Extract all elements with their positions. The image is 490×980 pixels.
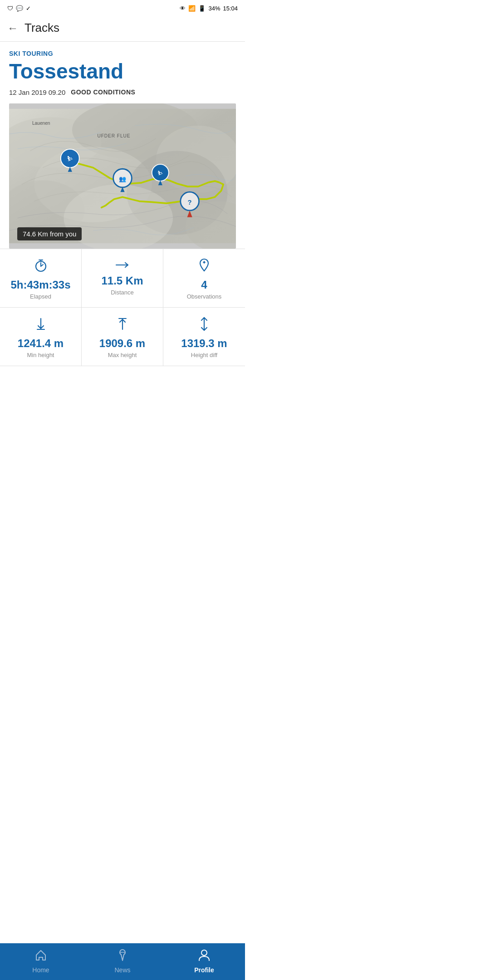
stat-distance: 11.5 Km Distance (82, 249, 163, 308)
timer-icon (34, 258, 48, 275)
distance-icon (115, 258, 130, 271)
svg-text:👥: 👥 (119, 175, 127, 183)
signal-icon: 📱 (198, 5, 206, 12)
stat-height-diff: 1319.3 m Height diff (163, 308, 245, 366)
message-icon: 💬 (16, 5, 23, 12)
distance-label: Distance (111, 289, 134, 296)
svg-text:?: ? (188, 199, 192, 206)
status-right-icons: 👁 📶 📱 34% 15:04 (180, 5, 238, 12)
time-display: 15:04 (223, 5, 238, 12)
height-diff-label: Height diff (191, 352, 217, 358)
elapsed-label: Elapsed (30, 293, 51, 300)
status-left-icons: 🛡 💬 ✓ (7, 5, 31, 12)
min-height-value: 1241.4 m (18, 337, 64, 350)
stat-elapsed: 5h:43m:33s Elapsed (0, 249, 82, 308)
track-content: SKI TOURING Tossestand 12 Jan 2019 09.20… (0, 42, 245, 249)
observations-value: 4 (201, 279, 207, 291)
svg-text:⛷: ⛷ (67, 155, 74, 162)
page-title: Tracks (24, 21, 59, 35)
svg-text:⛷: ⛷ (157, 170, 163, 176)
distance-value: 11.5 Km (101, 274, 143, 287)
observations-icon (198, 258, 211, 275)
top-bar: ← Tracks (0, 16, 245, 42)
elapsed-value: 5h:43m:33s (10, 279, 70, 291)
category-label: SKI TOURING (9, 50, 236, 57)
map-distance-badge: 74.6 Km from you (17, 227, 82, 240)
eye-icon: 👁 (180, 5, 186, 12)
svg-text:Lauenen: Lauenen (32, 121, 50, 126)
shield-icon: 🛡 (7, 5, 13, 12)
svg-text:UFDER FLUE: UFDER FLUE (97, 133, 130, 138)
status-bar: 🛡 💬 ✓ 👁 📶 📱 34% 15:04 (0, 0, 245, 16)
observations-label: Observations (187, 293, 222, 300)
stat-observations: 4 Observations (163, 249, 245, 308)
back-button[interactable]: ← (7, 23, 18, 34)
stats-grid: 5h:43m:33s Elapsed 11.5 Km Distance 4 Ob… (0, 249, 245, 366)
track-name: Tossestand (9, 60, 236, 83)
min-height-label: Min height (27, 352, 54, 358)
stat-max-height: 1909.6 m Max height (82, 308, 163, 366)
track-meta: 12 Jan 2019 09.20 GOOD CONDITIONS (9, 88, 236, 96)
map-svg: Lauenen UFDER FLUE ⛷ ⛷ 👥 ? (9, 103, 236, 249)
track-date: 12 Jan 2019 09.20 (9, 88, 65, 96)
stat-min-height: 1241.4 m Min height (0, 308, 82, 366)
track-conditions: GOOD CONDITIONS (71, 88, 135, 96)
height-diff-value: 1319.3 m (181, 337, 227, 350)
max-height-icon (116, 317, 129, 333)
height-diff-icon (198, 317, 211, 333)
min-height-icon (34, 317, 47, 333)
wifi-icon: 📶 (188, 5, 196, 12)
max-height-label: Max height (108, 352, 137, 358)
map-container[interactable]: Lauenen UFDER FLUE ⛷ ⛷ 👥 ? (9, 103, 236, 249)
check-icon: ✓ (26, 5, 31, 12)
max-height-value: 1909.6 m (99, 337, 145, 350)
battery-text: 34% (208, 5, 220, 12)
